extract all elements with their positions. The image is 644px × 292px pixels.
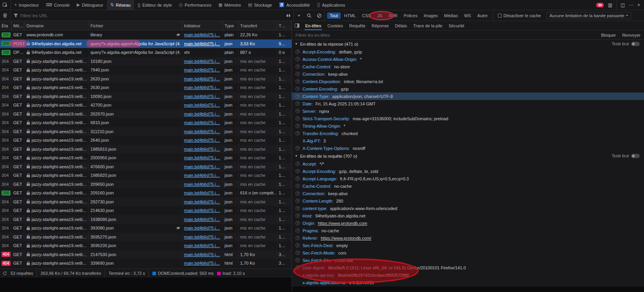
header-row[interactable]: ?Sec-Fetch-Dest:empty [292, 242, 644, 249]
header-value[interactable]: https://www.protondb.com/ [321, 236, 372, 240]
response-headers-section-header[interactable]: ▼En-têtes de la réponse (471 o)Texte bru… [292, 40, 644, 48]
header-row[interactable]: ?x-algolia-api-key:9ba0e69fb2974316cdaec… [292, 271, 644, 279]
initiator-link[interactable]: main.bd4b6d75.j… [184, 120, 220, 125]
column-header-transfert[interactable]: Transfert [239, 21, 277, 30]
type-filter-tout[interactable]: Tout [327, 12, 341, 19]
help-icon[interactable]: ? [295, 199, 300, 203]
header-row[interactable]: ?Server:nginx [292, 107, 644, 115]
help-icon[interactable]: ? [295, 124, 300, 128]
dock-icon[interactable]: ◫ [621, 3, 625, 7]
help-icon[interactable]: ? [295, 57, 300, 61]
initiator-link[interactable]: main.bd4b6d75.j… [184, 261, 220, 265]
type-filter-xhr[interactable]: XHR [386, 12, 400, 19]
header-row[interactable]: ?Timing-Allow-Origin:* [292, 122, 644, 130]
request-row[interactable]: 200OP…94he6yatei-dsn.algolia.netquery?x-… [0, 48, 292, 57]
header-row[interactable]: ?Content-Type:application/json; charset=… [292, 93, 644, 100]
type-filter-polices[interactable]: Polices [401, 12, 420, 19]
help-icon[interactable]: ? [295, 87, 300, 91]
request-row[interactable]: 304GETjazzy-starlight-aeea19.netli…42700… [0, 101, 292, 110]
initiator-link[interactable]: main.bd4b6d75.j… [184, 138, 220, 142]
column-header-initiateur[interactable]: Initiateur [182, 21, 223, 30]
toolbox-tab-editeur-de-style[interactable]: {}Éditeur de style [134, 0, 175, 10]
raw-toggle[interactable] [631, 42, 640, 46]
help-icon[interactable]: ? [295, 169, 300, 173]
header-row[interactable]: ?content-type:application/x-www-form-url… [292, 205, 644, 212]
header-row[interactable]: ?Host:94he6yatei-dsn.algolia.net [292, 212, 644, 219]
initiator-link[interactable]: main.bd4b6d75.j… [184, 77, 220, 81]
help-icon[interactable]: ? [295, 131, 300, 135]
help-icon[interactable]: ? [295, 109, 300, 113]
renvoyer-button[interactable]: Renvoyer [622, 33, 640, 37]
header-row[interactable]: ?Content-Disposition:inline; filename=a.… [292, 78, 644, 85]
help-icon[interactable]: ? [295, 265, 300, 270]
header-row[interactable]: ?Transfer-Encoding:chunked [292, 130, 644, 137]
column-header-type[interactable]: Type [223, 21, 239, 30]
column-header-t[interactable]: T… [277, 21, 292, 30]
initiator-link[interactable]: main.bd4b6d75.j… [184, 164, 220, 169]
request-row[interactable]: 304GETjazzy-starlight-aeea19.netli…10180… [0, 57, 292, 66]
request-row[interactable]: 304GETjazzy-starlight-aeea19.netli…35952… [0, 233, 292, 242]
clear-requests-button[interactable] [0, 10, 10, 21]
toolbox-tab-reseau[interactable]: ⇅Réseau [107, 0, 134, 10]
header-row[interactable]: ?User-Agent:Mozilla/5.0 (X11; Linux x86_… [292, 264, 644, 271]
header-row[interactable]: ?Accept-Language:fr,fr-FR;q=0.8,en-US;q=… [292, 175, 644, 182]
type-filter-js[interactable]: JS [374, 12, 385, 19]
header-value[interactable]: https://www.protondb.com [318, 221, 367, 226]
initiator-link[interactable]: main.bd4b6d75.j… [184, 94, 220, 99]
request-row[interactable]: 304GETjazzy-starlight-aeea19.netli…31121… [0, 127, 292, 136]
initiator-link[interactable]: main.bd4b6d75.j… [184, 41, 220, 46]
responsive-design-icon[interactable]: ▥ [608, 3, 612, 7]
header-row[interactable]: ?Accept:*/* [292, 160, 644, 167]
header-row[interactable]: ?Referer:https://www.protondb.com/ [292, 234, 644, 242]
close-icon[interactable]: × [637, 3, 640, 7]
pick-element-button[interactable] [0, 0, 11, 10]
toolbox-tab-accessibilite[interactable]: ♿Accessibilité [276, 0, 313, 10]
request-row[interactable]: 200GETjazzy-starlight-aeea19.netli…20916… [0, 189, 292, 198]
initiator-link[interactable]: main.bd4b6d75.j… [184, 59, 220, 64]
request-row[interactable]: 304GETjazzy-starlight-aeea19.netli…20965… [0, 180, 292, 189]
details-tab-trace-de-la-pile[interactable]: Trace de la pile [410, 21, 446, 30]
initiator-link[interactable]: main.bd4b6d75.j… [184, 182, 220, 187]
toolbox-tab-performances[interactable]: ◷Performances [175, 0, 215, 10]
initiator-link[interactable]: main.bd4b6d75.j… [184, 252, 220, 257]
raw-toggle[interactable] [631, 154, 640, 158]
toolbox-tab-stockage[interactable]: ▤Stockage [244, 0, 275, 10]
initiator-link[interactable]: main.bd4b6d75.j… [184, 226, 220, 230]
column-header-domaine[interactable]: Domaine [25, 21, 89, 30]
header-row[interactable]: ?Sec-Fetch-Mode:cors [292, 249, 644, 256]
initiator-link[interactable]: main.bd4b6d75.j… [184, 208, 220, 213]
header-row[interactable]: ?X-Content-Type-Options:nosniff [292, 144, 644, 152]
request-row[interactable]: 304GETjazzy-starlight-aeea19.netli…21463… [0, 206, 292, 215]
request-row[interactable]: 200POST94he6yatei-dsn.algolia.netquery?x… [0, 39, 292, 48]
header-row[interactable]: ?Access-Control-Allow-Origin:* [292, 55, 644, 63]
menu-icon[interactable]: ⋯ [629, 3, 633, 7]
header-row[interactable]: ?Strict-Transport-Security:max-age=31536… [292, 115, 644, 122]
header-row[interactable]: ?Connection:keep-alive [292, 70, 644, 78]
throttling-select[interactable]: Aucune limitation de la bande passante ▾ [547, 12, 631, 19]
help-icon[interactable]: ? [295, 101, 300, 106]
request-row[interactable]: 304GETjazzy-starlight-aeea19.netli…19380… [0, 215, 292, 224]
initiator-link[interactable]: main.bd4b6d75.j… [184, 191, 220, 195]
type-filter-css[interactable]: CSS [359, 12, 374, 19]
header-row[interactable]: ?X-Alg-PT:3 [292, 137, 644, 144]
help-icon[interactable]: ? [295, 221, 300, 225]
pause-recording-button[interactable]: ▮▮ [283, 10, 294, 21]
type-filter-ws[interactable]: WS [461, 12, 474, 19]
bloquer-button[interactable]: Bloquer [601, 33, 616, 37]
help-icon[interactable]: ? [295, 243, 300, 247]
details-tab-delais[interactable]: Délais [392, 21, 410, 30]
header-row[interactable]: ?x-algolia-application-id:94HE6YATEI [292, 279, 644, 286]
header-row[interactable]: ?Pragma:no-cache [292, 227, 644, 234]
initiator-link[interactable]: main.bd4b6d75.j… [184, 147, 220, 151]
request-row[interactable]: 304GETjazzy-starlight-aeea19.netli…2630.… [0, 83, 292, 92]
request-row[interactable]: 304GETjazzy-starlight-aeea19.netli…7940.… [0, 66, 292, 75]
header-row[interactable]: ?Accept-Encoding:deflate, gzip [292, 48, 644, 55]
details-tab-cookies[interactable]: Cookies [324, 21, 346, 30]
type-filter-images[interactable]: Images [421, 12, 441, 19]
request-row[interactable]: 404GETjazzy-starlight-aeea19.netli…33969… [0, 259, 292, 268]
request-row[interactable]: 304GETjazzy-starlight-aeea19.netli…39308… [0, 224, 292, 233]
type-filter-autre[interactable]: Autre [474, 12, 490, 19]
request-row[interactable]: 304GETjazzy-starlight-aeea19.netli…20009… [0, 153, 292, 162]
toolbox-tab-applications[interactable]: ⣿Applications [313, 0, 349, 10]
request-row[interactable]: 304GETjazzy-starlight-aeea19.netli…2620.… [0, 75, 292, 84]
